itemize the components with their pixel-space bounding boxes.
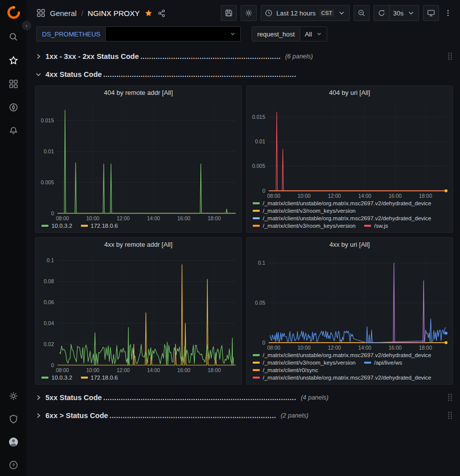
legend-item[interactable]: 172.18.0.6 (81, 223, 118, 229)
panel-404-by-remote-addr: 404 by remote addr [All] 00.0050.010.015… (35, 85, 242, 233)
row-6xx-status-code[interactable]: 6xx > Status Code ......................… (35, 409, 453, 422)
zoom-out-button[interactable] (354, 5, 370, 21)
legend-item[interactable]: /sw.js (364, 223, 388, 229)
dashboards-icon[interactable] (8, 79, 18, 89)
svg-text:12:00: 12:00 (328, 345, 341, 351)
svg-text:10:00: 10:00 (298, 193, 311, 199)
timezone-badge: CST (319, 9, 334, 16)
row-5xx-status-code[interactable]: 5xx Status Code ........................… (35, 391, 453, 404)
legend-item[interactable]: /api/live/ws (364, 360, 402, 366)
row-panel-count: (6 panels) (285, 53, 313, 60)
legend-item[interactable]: /_matrix/client/v3/room_keys/version (253, 360, 356, 366)
chevron-down-icon (338, 9, 346, 17)
panel-title[interactable]: 4xx by remote addr [All] (35, 238, 241, 251)
legend-item[interactable]: /_matrix/client/unstable/org.matrix.msc2… (253, 200, 432, 206)
legend-item[interactable]: 172.18.0.6 (81, 375, 118, 381)
panel-title[interactable]: 404 by uri [All] (247, 86, 453, 99)
refresh-button[interactable] (374, 5, 390, 21)
favorite-star-icon[interactable] (144, 9, 153, 17)
dashboard-title: NGINX PROXY (88, 9, 140, 17)
grafana-logo-icon[interactable] (6, 5, 21, 20)
legend-swatch (253, 210, 260, 212)
legend-item[interactable]: /_matrix/client/r0/sync (253, 367, 318, 373)
legend-swatch (253, 362, 260, 364)
legend-swatch (253, 217, 260, 219)
explore-compass-icon[interactable] (8, 102, 18, 112)
drag-handle-icon[interactable] (447, 393, 453, 402)
timeseries-chart[interactable]: 00.020.040.060.080.108:0010:0012:0014:00… (35, 251, 241, 374)
save-icon (225, 9, 233, 17)
user-avatar[interactable] (8, 437, 18, 447)
svg-text:18:00: 18:00 (419, 193, 432, 199)
svg-text:0.05: 0.05 (255, 300, 266, 306)
help-icon[interactable]: ? (8, 460, 18, 470)
drag-handle-icon[interactable] (447, 52, 453, 60)
svg-text:18:00: 18:00 (208, 215, 221, 221)
legend-swatch (41, 377, 48, 379)
legend-item[interactable]: /_matrix/client/unstable/org.matrix.msc2… (253, 352, 432, 358)
svg-text:14:00: 14:00 (358, 193, 371, 199)
svg-text:14:00: 14:00 (147, 367, 160, 373)
legend-item[interactable]: /_matrix/client/v3/room_keys/version (253, 223, 356, 229)
top-nav-bar: General / NGINX PROXY La (26, 0, 460, 26)
panel-legend: 10.0.3.2172.18.0.6 (35, 222, 241, 232)
timeseries-chart[interactable]: 00.0050.010.01508:0010:0012:0014:0016:00… (35, 99, 241, 222)
legend-item[interactable]: /_matrix/client/unstable/org.matrix.msc2… (253, 215, 432, 221)
legend-item[interactable]: /_matrix/client/unstable/org.matrix.msc2… (253, 375, 432, 381)
svg-text:12:00: 12:00 (328, 193, 341, 199)
share-icon[interactable] (157, 9, 166, 17)
datasource-variable: DS_PROMETHEUS (36, 26, 241, 41)
timeseries-chart[interactable]: 00.0050.010.01508:0010:0012:0014:0016:00… (247, 99, 453, 200)
legend-label: /sw.js (374, 223, 388, 229)
legend-item[interactable]: 10.0.3.2 (41, 223, 72, 229)
svg-text:0.1: 0.1 (258, 260, 265, 266)
legend-label: /_matrix/client/v3/room_keys/version (263, 223, 356, 229)
tv-mode-button[interactable] (423, 5, 439, 21)
svg-text:0: 0 (51, 362, 54, 368)
starred-dashboards-icon[interactable] (8, 55, 18, 65)
search-icon[interactable] (8, 32, 18, 42)
svg-text:10:00: 10:00 (86, 367, 99, 373)
legend-item[interactable]: 10.0.3.2 (41, 375, 72, 381)
time-range-picker[interactable]: Last 12 hours CST (261, 5, 350, 21)
svg-text:08:00: 08:00 (56, 367, 69, 373)
dashboard-toolbar: Last 12 hours CST 30s (221, 5, 453, 21)
admin-shield-icon[interactable] (8, 414, 18, 424)
svg-text:0: 0 (262, 340, 265, 346)
row-1xx-3xx-2xx-status-code[interactable]: 1xx - 3xx - 2xx Status Code ............… (35, 49, 453, 63)
sidebar-expand-button[interactable]: › (22, 21, 31, 30)
apps-grid-icon[interactable] (36, 8, 45, 17)
legend-label: /_matrix/client/unstable/org.matrix.msc2… (263, 375, 432, 381)
row-panel-count: (2 panels) (281, 412, 309, 419)
row-4xx-status-code[interactable]: 4xx Status Code ........................… (35, 67, 453, 81)
breadcrumb-section[interactable]: General (50, 9, 76, 17)
svg-text:18:00: 18:00 (419, 345, 432, 351)
svg-text:16:00: 16:00 (177, 215, 190, 221)
drag-handle-icon[interactable] (447, 411, 453, 420)
alerting-bell-icon[interactable] (8, 126, 18, 136)
more-options-kebab-button[interactable] (443, 5, 453, 21)
dashboard-content: 1xx - 3xx - 2xx Status Code ............… (26, 46, 460, 476)
datasource-variable-label: DS_PROMETHEUS (36, 26, 106, 41)
panel-4xx-by-remote-addr: 4xx by remote addr [All] 00.020.040.060.… (35, 237, 242, 385)
save-dashboard-button[interactable] (221, 5, 237, 21)
svg-text:08:00: 08:00 (267, 345, 280, 351)
legend-label: 10.0.3.2 (51, 223, 72, 229)
dashboard-settings-button[interactable] (241, 5, 257, 21)
clock-icon (265, 9, 273, 17)
legend-label: 172.18.0.6 (91, 223, 118, 229)
row-title: 4xx Status Code (45, 70, 102, 78)
legend-item[interactable]: /_matrix/client/v3/room_keys/version (253, 208, 356, 214)
panel-title[interactable]: 4xx by uri [All] (247, 238, 453, 251)
datasource-variable-select[interactable] (106, 26, 241, 41)
request-host-variable-select[interactable]: All (300, 26, 327, 41)
panel-grid: 404 by remote addr [All] 00.0050.010.015… (35, 85, 453, 385)
grafana-app: › (0, 0, 460, 476)
legend-swatch (81, 225, 88, 227)
timeseries-chart[interactable]: 00.050.108:0010:0012:0014:0016:0018:00 (247, 251, 453, 352)
panel-title[interactable]: 404 by remote addr [All] (35, 86, 241, 99)
svg-text:0.01: 0.01 (44, 148, 54, 154)
panel-4xx-by-uri: 4xx by uri [All] 00.050.108:0010:0012:00… (246, 237, 453, 385)
configuration-gear-icon[interactable] (8, 391, 18, 401)
refresh-interval-dropdown[interactable]: 30s (390, 5, 419, 21)
